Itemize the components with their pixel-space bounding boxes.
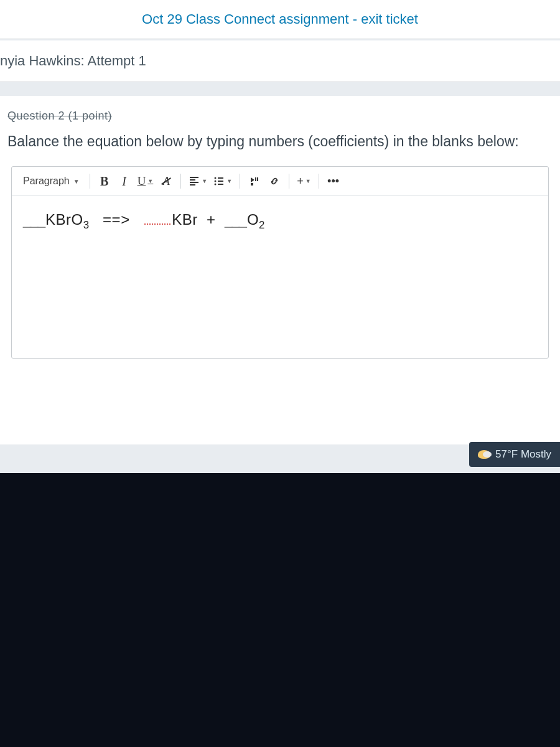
underline-button[interactable]: U ▼ bbox=[135, 172, 156, 190]
attempt-bar: nyia Hawkins: Attempt 1 bbox=[0, 40, 560, 82]
italic-button[interactable]: I bbox=[115, 172, 134, 190]
more-icon: ••• bbox=[327, 175, 339, 188]
question-number-cut: Question 2 (1 point) bbox=[7, 110, 553, 123]
bold-button[interactable]: B bbox=[95, 172, 114, 190]
page-header: Oct 29 Class Connect assignment - exit t… bbox=[0, 0, 560, 39]
bottom-dark-area bbox=[0, 473, 560, 747]
insert-button[interactable]: + ▼ bbox=[294, 172, 313, 190]
weather-text: 57°F Mostly bbox=[495, 448, 551, 461]
blank-2[interactable] bbox=[144, 223, 170, 225]
list-icon bbox=[213, 176, 225, 187]
rich-text-editor: Paragraph ▼ B I U ▼ A ▼ ▼ bbox=[11, 166, 549, 359]
attempt-text: nyia Hawkins: Attempt 1 bbox=[0, 53, 560, 69]
chevron-down-icon: ▼ bbox=[226, 178, 232, 184]
weather-icon bbox=[478, 450, 490, 459]
editor-toolbar: Paragraph ▼ B I U ▼ A ▼ ▼ bbox=[12, 167, 548, 196]
weather-widget[interactable]: 57°F Mostly bbox=[469, 442, 560, 467]
link-icon bbox=[269, 176, 280, 187]
svg-rect-5 bbox=[257, 177, 258, 181]
media-icon bbox=[249, 176, 260, 187]
blank-3[interactable]: ___ bbox=[225, 211, 246, 228]
svg-rect-4 bbox=[255, 177, 256, 181]
chemical-equation: ___KBrO3 ==> KBr + ___O2 bbox=[23, 211, 537, 232]
align-icon bbox=[189, 176, 200, 187]
chevron-down-icon: ▼ bbox=[202, 178, 207, 184]
toolbar-divider bbox=[90, 174, 90, 189]
toolbar-divider bbox=[180, 174, 181, 189]
svg-point-1 bbox=[215, 181, 217, 182]
insert-media-button[interactable] bbox=[245, 172, 264, 190]
plus-icon: + bbox=[297, 175, 304, 188]
more-button[interactable]: ••• bbox=[324, 172, 343, 190]
clear-format-button[interactable]: A bbox=[157, 172, 175, 190]
underline-label: U bbox=[138, 174, 146, 188]
blank-1[interactable]: ___ bbox=[23, 211, 44, 228]
chevron-down-icon: ▼ bbox=[73, 178, 80, 185]
product-1: KBr bbox=[172, 211, 198, 228]
question-area: Question 2 (1 point) Balance the equatio… bbox=[0, 96, 560, 444]
reactant-1-sub: 3 bbox=[83, 219, 90, 231]
chevron-down-icon: ▼ bbox=[147, 178, 153, 184]
toolbar-divider bbox=[240, 174, 240, 189]
arrow: ==> bbox=[103, 211, 130, 228]
list-button[interactable]: ▼ bbox=[211, 172, 235, 190]
svg-point-2 bbox=[215, 184, 217, 186]
product-2: O bbox=[247, 211, 259, 228]
product-2-sub: 2 bbox=[259, 219, 265, 231]
link-button[interactable] bbox=[265, 172, 284, 190]
svg-rect-3 bbox=[251, 183, 253, 186]
chevron-down-icon: ▼ bbox=[306, 178, 311, 184]
svg-point-0 bbox=[215, 177, 217, 179]
clear-format-label: A bbox=[163, 175, 170, 188]
reactant-1: KBrO bbox=[45, 211, 83, 228]
editor-content[interactable]: ___KBrO3 ==> KBr + ___O2 bbox=[12, 196, 548, 358]
align-button[interactable]: ▼ bbox=[186, 172, 210, 190]
paragraph-style-select[interactable]: Paragraph ▼ bbox=[18, 173, 85, 189]
question-prompt: Balance the equation below by typing num… bbox=[7, 131, 553, 151]
assignment-title: Oct 29 Class Connect assignment - exit t… bbox=[0, 11, 560, 27]
toolbar-divider bbox=[289, 174, 289, 189]
paragraph-label: Paragraph bbox=[23, 176, 70, 187]
plus: + bbox=[207, 211, 216, 228]
toolbar-divider bbox=[319, 174, 319, 189]
